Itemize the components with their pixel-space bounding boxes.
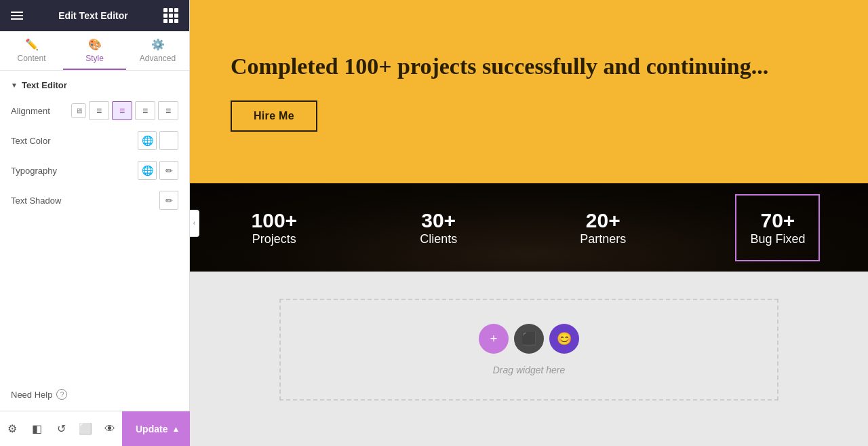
panel-title: Edit Text Editor: [58, 10, 127, 21]
section-arrow: ▼: [11, 81, 18, 89]
align-right-btn[interactable]: ≡: [135, 101, 155, 120]
content-icon: ✏️: [25, 38, 39, 51]
yellow-section: Completed 100+ projects successfully and…: [190, 0, 868, 183]
style-icon: 🎨: [88, 38, 102, 51]
section-title[interactable]: ▼ Text Editor: [11, 80, 178, 90]
hamburger-icon[interactable]: [11, 12, 23, 20]
text-color-row: Text Color 🌐: [11, 131, 178, 150]
stat-clients-label: Clients: [420, 232, 457, 246]
collapse-handle[interactable]: ‹: [190, 210, 199, 237]
folder-widget-button[interactable]: ⬛: [514, 324, 544, 354]
need-help[interactable]: Need Help ?: [0, 378, 189, 411]
stat-projects-number: 100+: [252, 209, 298, 232]
style-section: ▼ Text Editor Alignment 🖥 ≡ ≡ ≡ ≡ Text C…: [0, 71, 189, 378]
hire-me-button[interactable]: Hire Me: [231, 100, 317, 132]
stat-clients-number: 30+: [421, 209, 456, 232]
typography-edit-btn[interactable]: ✏: [159, 161, 178, 180]
tab-advanced-label: Advanced: [140, 54, 176, 63]
text-shadow-controls: ✏: [159, 191, 178, 210]
alignment-controls: 🖥 ≡ ≡ ≡ ≡: [71, 101, 178, 120]
device-icon[interactable]: 🖥: [71, 103, 86, 118]
text-shadow-label: Text Shadow: [11, 196, 61, 206]
tab-content[interactable]: ✏️ Content: [0, 31, 63, 70]
chevron-up-icon: ▲: [172, 424, 180, 434]
stat-partners: 20+ Partners: [566, 196, 639, 260]
stat-bug-fixed-label: Bug Fixed: [750, 232, 805, 246]
tab-content-label: Content: [17, 54, 45, 63]
stat-partners-label: Partners: [580, 232, 626, 246]
text-shadow-row: Text Shadow ✏: [11, 191, 178, 210]
bottom-icons: ⚙ ◧ ↺ ⬜ 👁: [0, 411, 122, 447]
stat-clients: 30+ Clients: [406, 196, 471, 260]
advanced-icon: ⚙️: [151, 38, 165, 51]
text-color-label: Text Color: [11, 136, 51, 146]
left-panel: Edit Text Editor ✏️ Content 🎨 Style ⚙️ A…: [0, 0, 190, 446]
drop-zone[interactable]: + ⬛ 😊 Drag widget here: [279, 299, 778, 401]
tab-style[interactable]: 🎨 Style: [63, 31, 126, 70]
headline-text: Completed 100+ projects successfully and…: [231, 52, 827, 81]
section-title-label: Text Editor: [22, 80, 67, 90]
canvas-area: Completed 100+ projects successfully and…: [190, 0, 868, 446]
settings-icon-btn[interactable]: ⚙: [0, 411, 24, 447]
typography-label: Typography: [11, 166, 57, 176]
stat-projects: 100+ Projects: [238, 196, 311, 260]
align-center-btn[interactable]: ≡: [112, 101, 132, 120]
text-shadow-edit-btn[interactable]: ✏: [159, 191, 178, 210]
smile-widget-button[interactable]: 😊: [549, 324, 579, 354]
text-color-controls: 🌐: [138, 131, 178, 150]
panel-header: Edit Text Editor: [0, 0, 189, 31]
update-button[interactable]: Update ▲: [122, 411, 193, 447]
need-help-label: Need Help: [11, 390, 52, 400]
layers-icon-btn[interactable]: ◧: [24, 411, 49, 447]
responsive-icon-btn[interactable]: ⬜: [73, 411, 98, 447]
add-widget-button[interactable]: +: [479, 324, 509, 354]
stat-partners-number: 20+: [586, 209, 620, 232]
stat-bug-fixed: 70+ Bug Fixed: [735, 194, 820, 261]
text-color-globe-btn[interactable]: 🌐: [138, 131, 157, 150]
empty-area: + ⬛ 😊 Drag widget here: [190, 272, 868, 428]
update-label: Update: [136, 424, 167, 434]
widget-buttons: + ⬛ 😊: [479, 324, 579, 354]
text-color-swatch[interactable]: [159, 131, 178, 150]
align-left-btn[interactable]: ≡: [89, 101, 109, 120]
stat-projects-label: Projects: [252, 232, 296, 246]
typography-globe-btn[interactable]: 🌐: [138, 161, 157, 180]
tab-style-label: Style: [85, 54, 104, 63]
alignment-row: Alignment 🖥 ≡ ≡ ≡ ≡: [11, 101, 178, 120]
panel-tabs: ✏️ Content 🎨 Style ⚙️ Advanced: [0, 31, 189, 71]
history-icon-btn[interactable]: ↺: [49, 411, 73, 447]
alignment-label: Alignment: [11, 106, 50, 116]
typography-row: Typography 🌐 ✏: [11, 161, 178, 180]
drag-label: Drag widget here: [493, 365, 566, 375]
help-circle-icon: ?: [56, 389, 67, 400]
tab-advanced[interactable]: ⚙️ Advanced: [126, 31, 189, 70]
align-justify-btn[interactable]: ≡: [158, 101, 178, 120]
panel-bottom: ⚙ ◧ ↺ ⬜ 👁 Update ▲: [0, 411, 189, 446]
visibility-icon-btn[interactable]: 👁: [98, 411, 122, 447]
grid-icon[interactable]: [163, 8, 178, 23]
typography-controls: 🌐 ✏: [138, 161, 178, 180]
stat-bug-fixed-number: 70+: [760, 209, 795, 232]
stats-section: 100+ Projects 30+ Clients 20+ Partners 7…: [190, 183, 868, 272]
